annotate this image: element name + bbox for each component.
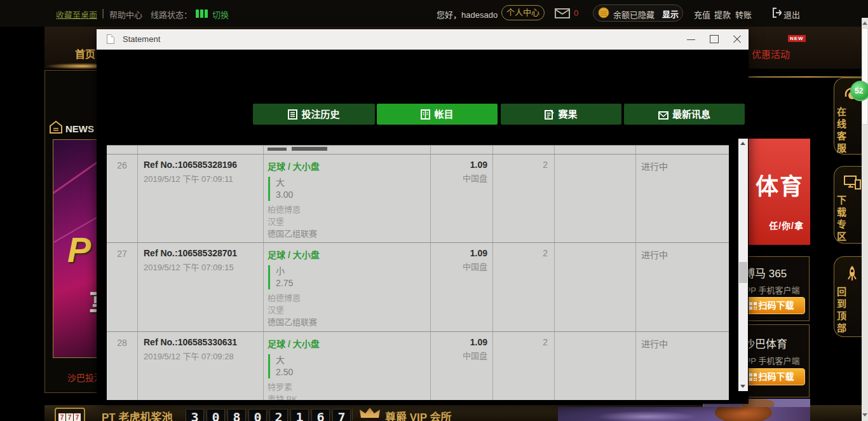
statement-table: 26 Ref No.:106585328196 2019/5/12 下午 07:… — [107, 145, 729, 400]
sidebar-item-label: 在线客服 — [834, 107, 848, 155]
match-teams: 柏德博恩 汉堡 德国乙组联赛 — [268, 292, 426, 328]
sidebar-item-label: 回到顶部 — [834, 287, 848, 335]
devices-icon — [843, 175, 861, 190]
page-scrollbar[interactable] — [862, 18, 868, 421]
coin-icon — [598, 7, 609, 18]
window-titlebar[interactable]: Statement — [97, 29, 749, 50]
banner-decoration — [596, 411, 698, 421]
mail-icon[interactable] — [555, 8, 570, 18]
minimize-button[interactable] — [680, 29, 703, 50]
screen: 收藏至桌面 | 帮助中心 线路状态： 切换 您好，hadesado 个人中心 0… — [0, 0, 868, 421]
empty-cell — [555, 155, 636, 242]
jackpot-digit: 2 — [269, 409, 288, 421]
bet-selection: 小 2.75 — [268, 265, 426, 289]
clipped-text-fragment — [268, 148, 287, 151]
message-icon — [658, 111, 668, 120]
promo-banner-image[interactable]: P 享 — [53, 139, 102, 358]
vip-club-label: 尊爵 VIP 会所 — [385, 408, 452, 421]
scroll-up-arrow[interactable] — [740, 142, 745, 145]
switch-line-link[interactable]: 切换 — [212, 8, 229, 20]
match-teams: 特罗素 奥特 BK — [268, 381, 426, 400]
table-row: 27 Ref No.:106585328701 2019/5/12 下午 07:… — [107, 243, 729, 332]
scroll-up-arrow[interactable] — [862, 22, 867, 25]
crown-icon — [359, 407, 381, 420]
divider: | — [102, 8, 104, 19]
help-center-link[interactable]: 帮助中心 — [109, 8, 142, 20]
rocket-icon — [845, 265, 859, 282]
tab-statement[interactable]: 帐目 — [377, 104, 498, 125]
bet-status: 进行中 — [636, 243, 729, 331]
document-icon — [107, 34, 114, 44]
jackpot-digit: 1 — [290, 409, 309, 421]
bet-timestamp: 2019/5/12 下午 07:09:15 — [144, 261, 258, 273]
jackpot-label: PT 老虎机奖池 — [102, 408, 172, 421]
odds-type: 中国盘 — [431, 172, 487, 184]
personal-center-button[interactable]: 个人中心 — [501, 5, 545, 20]
bet-market: 足球 / 大小盘 — [268, 248, 426, 261]
sidebar-item-label: 下载专区 — [834, 195, 848, 244]
balance-hidden-label: 余额已隐藏 — [613, 8, 654, 20]
empty-cell — [555, 332, 636, 400]
maximize-button[interactable] — [703, 29, 726, 50]
bet-selection: 大 2.50 — [268, 354, 426, 378]
deposit-link[interactable]: 充值 — [694, 8, 710, 20]
app-subtitle: APP 手机客户端 — [740, 284, 799, 296]
close-button[interactable] — [726, 29, 749, 50]
scroll-down-arrow[interactable] — [740, 385, 745, 388]
table-row-clipped — [107, 146, 729, 155]
sports-banner-title: 体育 — [756, 168, 804, 201]
game-promo-banner[interactable] — [558, 407, 810, 421]
banner-letter: P — [67, 229, 91, 270]
table-scrollbar[interactable] — [738, 139, 748, 391]
qr-code-icon — [749, 373, 757, 381]
clipped-text-fragment — [292, 147, 327, 151]
stake-amount: 2 — [493, 332, 555, 400]
transfer-link[interactable]: 转账 — [735, 8, 752, 20]
odds-type: 中国盘 — [431, 349, 487, 361]
greeting-text: 您好，hadesado — [437, 8, 498, 20]
bet-status: 进行中 — [636, 332, 729, 400]
table-scrollbar-thumb[interactable] — [739, 262, 747, 283]
ref-number: Ref No.:106585328701 — [144, 248, 258, 258]
odds-value: 1.09 — [431, 160, 487, 170]
window-title: Statement — [123, 34, 160, 44]
odds-value: 1.09 — [431, 337, 487, 347]
match-teams: 柏德博恩 汉堡 德国乙组联赛 — [268, 204, 426, 240]
divider — [352, 408, 353, 420]
page-scrollbar-thumb[interactable] — [862, 28, 868, 125]
service-count-badge[interactable]: 52 — [850, 81, 868, 101]
bet-timestamp: 2019/5/12 下午 07:09:11 — [144, 172, 258, 184]
show-balance-button[interactable]: 显示 — [662, 8, 679, 20]
new-badge: NEW — [788, 35, 806, 42]
ref-number: Ref No.:106585328196 — [144, 160, 258, 170]
qr-code-icon — [749, 302, 757, 310]
scroll-down-arrow[interactable] — [862, 413, 867, 417]
tab-latest-news[interactable]: 最新讯息 — [624, 104, 745, 125]
bet-pick: 小 — [276, 265, 426, 277]
tab-bet-history[interactable]: 投注历史 — [253, 104, 375, 125]
banner-decoration — [715, 407, 772, 421]
row-index: 27 — [107, 243, 138, 331]
odds-type: 中国盘 — [431, 260, 487, 272]
table-row: 28 Ref No.:106585330631 2019/5/12 下午 07:… — [107, 332, 729, 400]
jackpot-digit: 0 — [248, 409, 267, 421]
bet-market: 足球 / 大小盘 — [268, 337, 426, 350]
withdraw-link[interactable]: 提款 — [714, 8, 731, 20]
left-news-panel: NEWS 公告 P 享 沙巴投注 — [44, 70, 102, 393]
balance-pill[interactable]: 余额已隐藏 显示 — [593, 4, 683, 22]
ref-number: Ref No.:106585330631 — [144, 337, 258, 347]
favorite-link[interactable]: 收藏至桌面 — [56, 8, 97, 20]
stake-amount: 2 — [493, 155, 555, 242]
nav-promotions-link[interactable]: 优惠活动 — [752, 47, 790, 60]
bet-status: 进行中 — [636, 155, 729, 242]
logout-link[interactable]: 退出 — [783, 8, 800, 20]
home-team: 柏德博恩 — [268, 292, 426, 304]
away-team: 奥特 BK — [268, 393, 426, 400]
row-index: 28 — [107, 332, 138, 400]
nav-home-link[interactable]: 首页 — [75, 46, 95, 61]
logout-icon[interactable] — [773, 8, 782, 18]
tab-results[interactable]: 赛果 — [501, 104, 621, 125]
away-team: 汉堡 — [268, 304, 426, 316]
bet-market: 足球 / 大小盘 — [268, 160, 426, 172]
sports-banner-subtitle: 任/你/拿 — [769, 219, 804, 231]
